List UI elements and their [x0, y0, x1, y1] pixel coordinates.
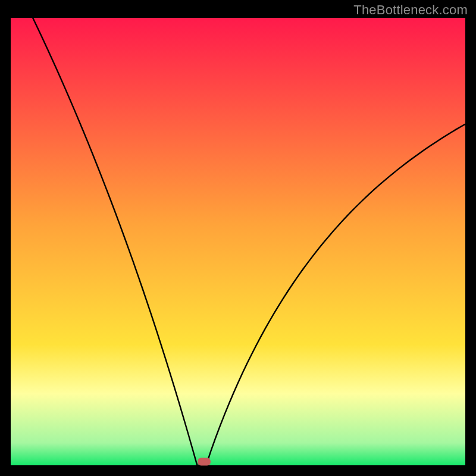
plot-area	[11, 18, 465, 465]
chart-frame: TheBottleneck.com	[0, 0, 476, 476]
curve-svg	[11, 18, 465, 465]
watermark-text: TheBottleneck.com	[353, 2, 468, 18]
bottleneck-curve	[11, 18, 465, 465]
minimum-marker	[198, 458, 211, 465]
